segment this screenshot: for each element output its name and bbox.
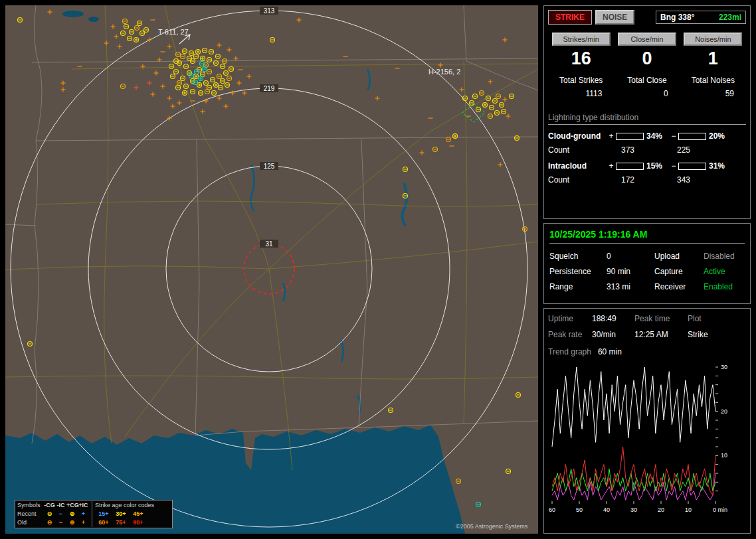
map-canvas[interactable]: 31321912531 T-611, 27H-2156, 2 — [5, 5, 538, 534]
storm-cell-label: T-611, 27 — [158, 28, 189, 36]
strikes-per-min-button[interactable]: Strikes/min — [552, 33, 611, 46]
receiver-label: Receiver — [654, 282, 704, 291]
app-window: 31321912531 T-611, 27H-2156, 2 Symbols -… — [0, 0, 756, 539]
x-tick-label: 40 — [603, 506, 610, 513]
distribution-title: Lightning type distribution — [548, 113, 746, 125]
bearing-display: Bng 338° 223mi — [656, 11, 746, 24]
range-ring-label: 125 — [260, 162, 278, 170]
series-cloud-ground — [552, 447, 715, 495]
trend-panel: Uptime 188:49 Peak time Plot Peak rate 3… — [543, 308, 751, 534]
cg-minus-bar — [678, 133, 706, 140]
trend-graph-value: 60 min — [598, 347, 622, 356]
legend-header-row: Symbols -CG -IC +CG +IC Strike age color… — [17, 501, 170, 510]
legend-symbols-title: Symbols — [17, 501, 44, 510]
cloud-ground-label: Cloud-ground — [548, 131, 607, 141]
plot-label: Plot — [688, 314, 727, 323]
age-75: 75+ — [112, 518, 130, 527]
age-30: 30+ — [112, 510, 130, 518]
strike-stats-panel: STRIKE NOISE Bng 338° 223mi Strikes/min … — [543, 5, 751, 219]
persistence-value: 90 min — [607, 267, 654, 276]
cloud-ground-count-row: Count 373 225 — [548, 145, 746, 155]
count-label: Count — [548, 175, 607, 185]
y-tick-label: 30 — [721, 364, 727, 370]
age-45: 45+ — [130, 510, 147, 518]
peak-time-value: 12:25 AM — [634, 330, 688, 339]
cg-plus-pct: 34% — [644, 131, 669, 141]
uptime-label: Uptime — [548, 314, 592, 323]
trend-graph-label: Trend graph — [548, 347, 591, 356]
total-noises-value: 59 — [680, 89, 746, 98]
storm-cell-label: H-2156, 2 — [428, 68, 460, 76]
ic-plus-pct: 15% — [644, 161, 669, 171]
trend-graph: 1020306050403020100 min — [548, 362, 746, 520]
bearing-distance: 223mi — [719, 13, 741, 22]
lake — [88, 17, 99, 22]
plot-value: Strike — [688, 330, 727, 339]
legend-col-+cg: +CG — [66, 501, 78, 510]
persistence-label: Persistence — [549, 267, 607, 276]
ic-plus-count: 172 — [607, 175, 669, 185]
ic-minus-count: 343 — [669, 175, 690, 185]
legend-old-label: Old — [17, 518, 44, 527]
system-status-panel: 10/25/2025 1:19:16 AM Squelch 0 Upload D… — [543, 223, 751, 304]
recent-ic-pos-icon: + — [78, 510, 89, 518]
peak-rate-value: 30/min — [592, 330, 634, 339]
noises-per-min-value: 1 — [680, 48, 746, 69]
datetime-display: 10/25/2025 1:19:16 AM — [549, 229, 745, 244]
ic-plus-bar — [616, 163, 644, 170]
total-close-label: Total Close — [614, 76, 680, 85]
legend-old-row: Old ⊖ − ⊕ + 60+ 75+ 90+ — [17, 518, 170, 527]
capture-value: Active — [704, 267, 746, 276]
strikes-per-min-value: 16 — [548, 48, 614, 69]
minus-sign: − — [669, 161, 678, 171]
squelch-value: 0 — [607, 252, 654, 261]
plus-sign: + — [607, 131, 616, 141]
close-per-min-value: 0 — [614, 48, 680, 69]
svg-text:125: 125 — [264, 163, 275, 170]
cg-minus-pct: 20% — [706, 131, 731, 141]
age-90: 90+ — [130, 518, 147, 527]
y-tick-label: 10 — [721, 452, 727, 459]
legend-divider — [92, 501, 92, 510]
lightning-map[interactable]: 31321912531 T-611, 27H-2156, 2 Symbols -… — [5, 5, 538, 534]
copyright-text: ©2005 Astrogenic Systems — [456, 523, 527, 530]
uptime-value: 188:49 — [592, 314, 634, 323]
ic-minus-pct: 31% — [706, 161, 731, 171]
x-tick-label: 50 — [576, 506, 583, 513]
noises-per-min-button[interactable]: Noises/min — [684, 33, 742, 46]
old-cg-neg-icon: ⊖ — [44, 518, 55, 527]
ic-minus-bar — [678, 163, 706, 170]
upload-label: Upload — [654, 252, 704, 261]
x-tick-label: 30 — [630, 506, 637, 513]
intracloud-row: Intracloud + 15% − 31% — [548, 161, 746, 171]
x-tick-label: 0 min — [713, 506, 727, 513]
series-intracloud — [552, 469, 715, 491]
series-total-strikes — [552, 367, 715, 447]
plus-sign: + — [607, 161, 616, 171]
legend-col--cg: -CG — [44, 501, 55, 510]
peak-time-label: Peak time — [634, 314, 688, 323]
capture-label: Capture — [654, 267, 704, 276]
cg-plus-count: 373 — [607, 145, 669, 155]
legend-age-title: Strike age color codes — [95, 501, 154, 510]
range-value: 313 mi — [607, 282, 654, 291]
receiver-value: Enabled — [704, 282, 746, 291]
x-tick-label: 60 — [549, 506, 555, 513]
cg-minus-count: 225 — [669, 145, 690, 155]
age-15: 15+ — [95, 510, 112, 518]
svg-text:313: 313 — [264, 7, 275, 15]
svg-text:31: 31 — [265, 240, 273, 248]
total-noises-label: Total Noises — [680, 76, 746, 85]
bearing-label: Bng 338° — [660, 13, 694, 22]
recent-cg-neg-icon: ⊖ — [44, 510, 55, 518]
lake — [62, 11, 84, 17]
close-per-min-button[interactable]: Close/min — [618, 33, 676, 46]
symbols-legend: Symbols -CG -IC +CG +IC Strike age color… — [15, 500, 173, 528]
total-strikes-value: 1113 — [548, 89, 614, 98]
strike-button[interactable]: STRIKE — [548, 10, 592, 25]
intracloud-count-row: Count 172 343 — [548, 175, 746, 185]
noise-button[interactable]: NOISE — [595, 10, 634, 25]
total-close-value: 0 — [614, 89, 680, 98]
x-tick-label: 20 — [658, 506, 664, 513]
peak-rate-label: Peak rate — [548, 330, 592, 339]
